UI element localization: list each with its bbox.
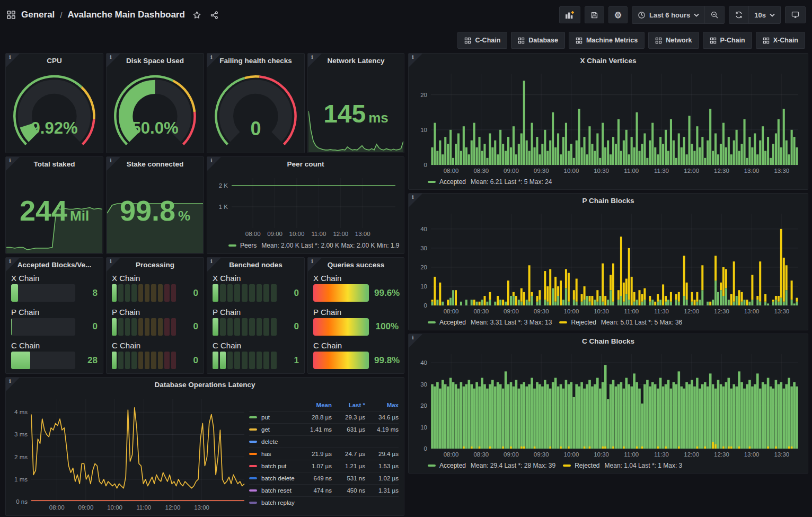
panel-info-corner[interactable] xyxy=(107,54,120,67)
accepted-blocks-body: X Chain 8 P Chain 0 C Chain 28 xyxy=(11,274,98,369)
column-header-mean[interactable]: Mean xyxy=(298,402,332,408)
panel-title[interactable]: C Chain Blocks xyxy=(409,334,808,349)
add-panel-icon xyxy=(565,11,575,19)
panel-title[interactable]: Total staked xyxy=(6,157,103,172)
panel-info-corner[interactable] xyxy=(107,157,120,171)
panel-title[interactable]: Disk Space Used xyxy=(107,54,204,68)
panel-title[interactable]: Benched nodes xyxy=(207,258,304,273)
legend-series-name[interactable]: Rejected xyxy=(571,319,596,326)
star-icon[interactable] xyxy=(192,11,201,20)
row-value: 0 xyxy=(81,321,98,332)
link-database[interactable]: Database xyxy=(511,32,565,49)
panel-title[interactable]: Stake connected xyxy=(107,157,204,172)
series-name[interactable]: batch reset xyxy=(261,487,292,494)
grafana-dashboard: General / Avalanche Main Dashboard xyxy=(0,0,812,517)
link-c-chain[interactable]: C-Chain xyxy=(457,32,507,49)
svg-text:10: 10 xyxy=(420,283,427,290)
health-value: 0 xyxy=(207,118,304,140)
svg-text:13:00: 13:00 xyxy=(194,504,209,511)
series-name[interactable]: batch put xyxy=(261,463,286,469)
save-dashboard-button[interactable] xyxy=(585,6,604,23)
legend-series-stats: Mean: 6.21 Last *: 5 Max: 24 xyxy=(471,178,552,186)
dashboard-title[interactable]: Avalanche Main Dashboard xyxy=(67,10,184,20)
panel-info-corner[interactable] xyxy=(409,194,422,207)
panel-info-corner[interactable] xyxy=(409,54,422,67)
panel-info-corner[interactable] xyxy=(409,334,422,348)
breadcrumb-section[interactable]: General xyxy=(21,10,55,20)
panel-info-corner[interactable] xyxy=(207,157,221,171)
refresh-button[interactable] xyxy=(729,6,748,23)
panel-database-operations-latency: i Database Operations Latency 08:0009:00… xyxy=(5,377,404,516)
link-machine-metrics[interactable]: Machine Metrics xyxy=(569,32,645,49)
dashboard-settings-button[interactable]: ⚙ xyxy=(608,6,628,23)
refresh-interval-picker[interactable]: 10s xyxy=(748,6,780,23)
legend-swatch xyxy=(249,441,257,443)
series-name[interactable]: batch replay xyxy=(261,500,295,506)
svg-text:3 ms: 3 ms xyxy=(14,431,28,437)
bargauge-row: C Chain 28 xyxy=(11,341,98,369)
link-network[interactable]: Network xyxy=(648,32,699,49)
svg-text:12:00: 12:00 xyxy=(333,231,348,237)
dashboard-link-icon xyxy=(655,37,662,44)
legend-series-name[interactable]: Accepted xyxy=(439,319,466,326)
p-chain-blocks-chart[interactable]: 08:0008:3009:0009:3010:0010:3011:0011:30… xyxy=(412,209,802,316)
panel-info-corner[interactable] xyxy=(6,258,20,271)
svg-text:09:00: 09:00 xyxy=(504,451,519,458)
panel-stake-connected: i Stake connected 99.8% xyxy=(106,156,204,254)
legend-series-name[interactable]: Accepted xyxy=(439,178,466,186)
panel-title[interactable]: Queries success xyxy=(308,258,404,273)
panel-title[interactable]: Failing health checks xyxy=(207,54,304,68)
row-value: 0 xyxy=(181,355,198,366)
retro-row: P Chain 0 xyxy=(112,308,198,336)
panel-title[interactable]: CPU xyxy=(6,54,103,68)
kiosk-mode-button[interactable] xyxy=(785,6,806,23)
svg-text:08:30: 08:30 xyxy=(473,308,489,314)
legend-series-name[interactable]: Accepted xyxy=(439,462,466,469)
svg-text:13:30: 13:30 xyxy=(774,451,789,458)
row-label: P Chain xyxy=(112,308,198,317)
series-name[interactable]: delete xyxy=(261,439,278,445)
db-latency-chart[interactable]: 08:0009:0010:0011:0012:0013:004 ms3 ms2 … xyxy=(9,395,249,512)
zoom-out-time-button[interactable] xyxy=(704,6,724,23)
led-cells xyxy=(112,318,176,336)
panel-title[interactable]: P Chain Blocks xyxy=(409,194,808,208)
panel-info-corner[interactable] xyxy=(308,258,322,271)
column-header-last[interactable]: Last * xyxy=(332,402,365,408)
svg-text:08:30: 08:30 xyxy=(473,451,489,458)
zoom-out-icon xyxy=(710,11,719,19)
panel-info-corner[interactable] xyxy=(6,378,20,391)
add-panel-button[interactable] xyxy=(559,6,580,23)
series-name[interactable]: batch delete xyxy=(261,475,295,481)
link-x-chain[interactable]: X-Chain xyxy=(756,32,805,49)
panel-info-corner[interactable] xyxy=(107,258,120,271)
panel-title[interactable]: Accepted Blocks/Ve... xyxy=(6,258,103,273)
panel-info-corner[interactable] xyxy=(6,157,20,171)
dashboards-grid-icon[interactable] xyxy=(6,10,16,20)
svg-text:10:30: 10:30 xyxy=(594,308,609,314)
panel-title[interactable]: Database Operations Latency xyxy=(6,378,404,392)
panel-title[interactable]: Peer count xyxy=(207,157,404,172)
column-header-max[interactable]: Max xyxy=(365,402,399,408)
panel-info-corner[interactable] xyxy=(6,54,20,67)
svg-text:09:00: 09:00 xyxy=(504,168,519,174)
legend-series-name[interactable]: Rejected xyxy=(575,462,599,469)
panel-title[interactable]: Network Latency xyxy=(308,54,404,68)
share-icon[interactable] xyxy=(210,11,219,20)
panel-title[interactable]: Processing xyxy=(107,258,204,273)
c-chain-blocks-chart[interactable]: 08:0008:3009:0009:3010:0010:3011:0011:30… xyxy=(412,350,802,459)
peer-count-legend: Peers Mean: 2.00 K Last *: 2.00 K Max: 2… xyxy=(228,241,400,250)
peer-count-chart[interactable]: 08:0009:0010:0011:0012:0013:002 K1 K xyxy=(210,174,400,239)
legend-series-name[interactable]: Peers xyxy=(240,242,257,249)
svg-text:20: 20 xyxy=(420,92,427,98)
link-p-chain[interactable]: P-Chain xyxy=(703,32,752,49)
panel-info-corner[interactable] xyxy=(207,258,221,271)
panel-title[interactable]: X Chain Vertices xyxy=(409,54,808,68)
panel-info-corner[interactable] xyxy=(207,54,221,67)
x-chain-vertices-chart[interactable]: 08:0008:3009:0009:3010:0010:3011:0011:30… xyxy=(412,69,802,176)
panel-info-corner[interactable] xyxy=(308,54,322,67)
series-name[interactable]: put xyxy=(261,414,270,420)
series-name[interactable]: has xyxy=(261,451,271,457)
time-range-picker[interactable]: Last 6 hours xyxy=(632,6,704,23)
series-name[interactable]: get xyxy=(261,426,270,433)
link-label: P-Chain xyxy=(720,37,745,44)
